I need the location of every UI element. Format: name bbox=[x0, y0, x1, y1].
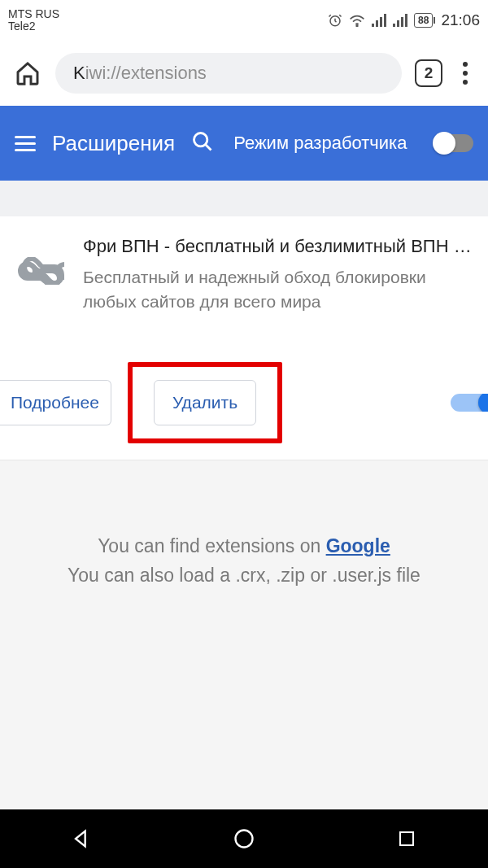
svg-rect-8 bbox=[401, 17, 403, 27]
svg-rect-6 bbox=[393, 24, 395, 27]
svg-rect-5 bbox=[384, 14, 386, 27]
extension-title: Фри ВПН - бесплатный и безлимитный ВПН … bbox=[83, 236, 473, 257]
google-link[interactable]: Google bbox=[326, 535, 390, 556]
battery-icon: 88 bbox=[414, 13, 433, 28]
status-icons: 88 21:06 bbox=[328, 11, 480, 29]
highlight-annotation: Удалить bbox=[128, 362, 282, 443]
url-bar[interactable]: Kiwi://extensions bbox=[55, 53, 402, 94]
clock-time: 21:06 bbox=[441, 11, 480, 29]
search-button[interactable] bbox=[191, 130, 214, 156]
carrier-info: MTS RUS Tele2 bbox=[8, 8, 59, 33]
page-title: Расширения bbox=[52, 131, 175, 156]
svg-rect-12 bbox=[400, 832, 413, 845]
tab-switcher-button[interactable]: 2 bbox=[415, 59, 442, 87]
dev-mode-toggle[interactable] bbox=[434, 134, 473, 152]
signal-2-icon bbox=[393, 14, 407, 27]
divider bbox=[0, 181, 488, 216]
carrier-2: Tele2 bbox=[8, 20, 59, 33]
extension-description: Бесплатный и надежный обход блокировки л… bbox=[83, 265, 473, 315]
extension-card: Фри ВПН - бесплатный и безлимитный ВПН …… bbox=[0, 216, 488, 460]
footer-line-1: You can find extensions on bbox=[98, 535, 325, 556]
alarm-icon bbox=[328, 13, 342, 28]
home-nav-button[interactable] bbox=[195, 827, 293, 850]
svg-rect-2 bbox=[372, 24, 374, 27]
browser-toolbar: Kiwi://extensions 2 bbox=[0, 41, 488, 106]
svg-point-10 bbox=[194, 133, 207, 146]
footer-line-2: You can also load a .crx, .zip or .user.… bbox=[36, 561, 452, 591]
infinity-icon bbox=[15, 246, 65, 296]
status-bar: MTS RUS Tele2 88 21:06 bbox=[0, 0, 488, 41]
back-button[interactable] bbox=[33, 827, 130, 850]
svg-rect-3 bbox=[376, 20, 378, 27]
svg-point-11 bbox=[236, 831, 253, 848]
svg-rect-4 bbox=[380, 17, 382, 27]
footer-hint: You can find extensions on Google You ca… bbox=[0, 460, 488, 590]
carrier-1: MTS RUS bbox=[8, 8, 59, 20]
home-button[interactable] bbox=[13, 59, 42, 88]
details-button[interactable]: Подробнее bbox=[0, 380, 111, 425]
browser-menu-button[interactable] bbox=[455, 62, 475, 85]
svg-rect-9 bbox=[405, 14, 407, 27]
svg-rect-7 bbox=[397, 20, 399, 27]
extension-toggle[interactable] bbox=[451, 394, 488, 412]
recents-button[interactable] bbox=[358, 829, 455, 848]
extensions-header: Расширения Режим разработчика bbox=[0, 106, 488, 181]
dev-mode-label: Режим разработчика bbox=[233, 133, 418, 154]
url-text: Kiwi://extensions bbox=[73, 63, 207, 84]
empty-area bbox=[0, 590, 488, 809]
svg-point-1 bbox=[356, 25, 358, 27]
signal-1-icon bbox=[372, 14, 386, 27]
wifi-icon bbox=[349, 14, 365, 27]
android-nav-bar bbox=[0, 809, 488, 868]
menu-icon[interactable] bbox=[15, 136, 36, 151]
delete-button[interactable]: Удалить bbox=[154, 380, 256, 425]
